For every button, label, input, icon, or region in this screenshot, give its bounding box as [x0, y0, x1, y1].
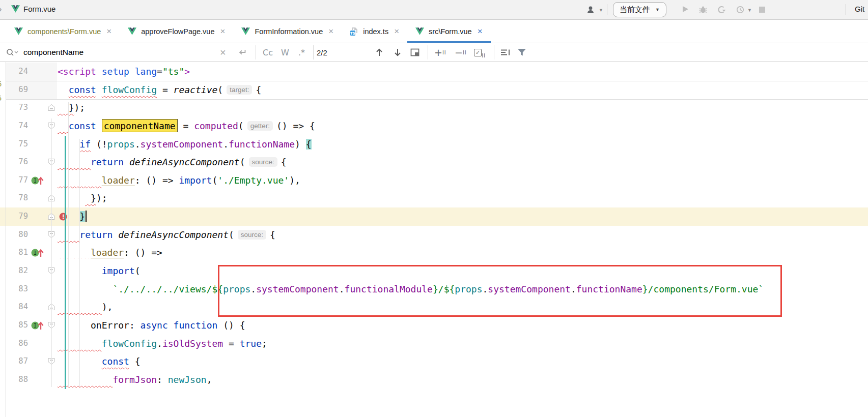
- editor-line-75[interactable]: 75 if (!props.systemComponent.functionNa…: [0, 135, 868, 154]
- code-text[interactable]: }: [58, 207, 87, 226]
- editor-line-82[interactable]: 82 import(: [0, 262, 868, 280]
- coverage-icon[interactable]: [717, 6, 726, 16]
- fold-marker-icon[interactable]: [48, 158, 55, 168]
- implemented-marker-icon[interactable]: I: [31, 247, 45, 261]
- code-text[interactable]: if (!props.systemComponent.functionName)…: [58, 135, 312, 154]
- code-text[interactable]: return defineAsyncComponent(source:{: [58, 226, 275, 244]
- filter-lines-icon[interactable]: [500, 43, 511, 62]
- code-text[interactable]: const flowConfig = reactive(target:{: [58, 81, 261, 99]
- next-occurrence-icon[interactable]: [394, 43, 402, 62]
- select-all-occurrences-icon[interactable]: ✓II: [474, 43, 486, 62]
- implemented-marker-icon[interactable]: I: [31, 319, 45, 334]
- code-text[interactable]: const componentName = computed(getter:()…: [58, 117, 315, 135]
- match-count: 2/2: [317, 43, 327, 62]
- editor-line-24[interactable]: 24<script setup lang="ts">: [0, 63, 868, 81]
- code-text[interactable]: });: [58, 189, 107, 207]
- user-icon[interactable]: [586, 5, 597, 16]
- svg-text:I: I: [34, 250, 37, 256]
- code-text[interactable]: `./../../../views/${props.systemComponen…: [58, 280, 764, 299]
- editor-line-84[interactable]: 84 ),: [0, 298, 868, 316]
- editor-line-79[interactable]: 79 }: [0, 207, 868, 226]
- close-tab-icon[interactable]: ×: [328, 26, 333, 37]
- editor-line-88[interactable]: 88 formJson: newJson,: [0, 371, 868, 389]
- code-text[interactable]: import(: [58, 262, 141, 280]
- gutter-markers: I: [30, 171, 59, 190]
- open-in-window-icon[interactable]: [410, 43, 420, 62]
- tab-label: src\Form.vue: [429, 27, 472, 36]
- tab-index.ts[interactable]: TSindex.ts×: [342, 20, 407, 43]
- fold-marker-icon[interactable]: [48, 213, 55, 222]
- editor-line-87[interactable]: 87 const {: [0, 352, 868, 371]
- user-dropdown-arrow-icon[interactable]: ▼: [599, 8, 603, 13]
- tab-forminformation.vue[interactable]: FormInformation.vue×: [233, 20, 342, 43]
- code-text[interactable]: loader: () =>: [58, 244, 162, 262]
- git-menu[interactable]: Git: [855, 5, 864, 13]
- ts-file-icon: TS: [350, 27, 358, 36]
- run-configuration-dropdown[interactable]: 当前文件 ▼: [613, 2, 666, 17]
- editor-line-76[interactable]: 76 return defineAsyncComponent(source:{: [0, 153, 868, 171]
- editor-line-74[interactable]: 74 const componentName = computed(getter…: [0, 117, 868, 135]
- fold-marker-icon[interactable]: [48, 104, 55, 113]
- editor-line-77[interactable]: 77I loader: () => import('./Empty.vue'),: [0, 171, 868, 190]
- code-text[interactable]: const {: [58, 352, 141, 371]
- fold-marker-icon[interactable]: [48, 303, 55, 313]
- code-text[interactable]: onError: async function () {: [58, 316, 245, 335]
- editor-line-78[interactable]: 78 });: [0, 189, 868, 207]
- fold-marker-icon[interactable]: [48, 194, 55, 204]
- newline-icon[interactable]: [237, 43, 247, 62]
- implemented-marker-icon[interactable]: I: [31, 174, 45, 189]
- fold-marker-icon[interactable]: [48, 321, 55, 331]
- tab-approveflowpage.vue[interactable]: approveFlowPage.vue×: [120, 20, 233, 43]
- tab-components-form.vue[interactable]: components\Form.vue×: [6, 20, 120, 43]
- code-text[interactable]: formJson: newJson,: [58, 371, 212, 389]
- editor-line-86[interactable]: 86 flowConfig.isOldSystem = true;: [0, 335, 868, 353]
- vue-file-icon: [128, 27, 136, 35]
- find-bar-separator: [256, 45, 256, 59]
- profiler-dropdown-arrow-icon[interactable]: ▼: [747, 8, 752, 13]
- editor-line-73[interactable]: 73 });: [0, 99, 868, 117]
- remove-occurrence-icon[interactable]: −II: [455, 43, 467, 62]
- editor-line-81[interactable]: 81I loader: () =>: [0, 244, 868, 262]
- vue-file-icon: [14, 27, 23, 35]
- fold-marker-icon[interactable]: [48, 358, 55, 367]
- fold-marker-icon[interactable]: [48, 231, 55, 241]
- search-field-edge: [313, 45, 314, 59]
- editor-line-69[interactable]: 69 const flowConfig = reactive(target:{: [0, 81, 868, 99]
- clipped-line-number: 5: [0, 94, 4, 102]
- editor-line-83[interactable]: 83 `./../../../views/${props.systemCompo…: [0, 280, 868, 299]
- line-number: 76: [0, 153, 28, 171]
- close-tab-icon[interactable]: ×: [220, 26, 226, 37]
- search-icon[interactable]: [6, 43, 18, 62]
- words-toggle[interactable]: W: [281, 43, 289, 62]
- close-tab-icon[interactable]: ×: [478, 26, 483, 37]
- match-case-toggle[interactable]: Cc: [263, 43, 273, 62]
- code-text[interactable]: ),: [58, 298, 113, 316]
- prev-occurrence-icon[interactable]: [375, 43, 383, 62]
- search-input[interactable]: componentName: [23, 43, 83, 62]
- gutter-markers: [30, 226, 59, 244]
- close-tab-icon[interactable]: ×: [106, 26, 111, 37]
- fold-marker-icon[interactable]: [48, 122, 55, 132]
- run-icon[interactable]: [681, 5, 689, 15]
- profiler-icon[interactable]: [736, 6, 745, 16]
- vue-file-icon: [415, 27, 424, 35]
- editor-line-80[interactable]: 80 return defineAsyncComponent(source:{: [0, 226, 868, 244]
- code-text[interactable]: <script setup lang="ts">: [58, 63, 190, 81]
- code-text[interactable]: flowConfig.isOldSystem = true;: [58, 335, 267, 353]
- debug-icon[interactable]: [698, 6, 708, 16]
- clear-search-icon[interactable]: ×: [220, 43, 226, 62]
- filter-icon[interactable]: [517, 43, 526, 62]
- tab-src-form.vue[interactable]: src\Form.vue×: [407, 20, 491, 43]
- stop-icon[interactable]: [759, 6, 766, 15]
- editor-line-85[interactable]: 85I onError: async function () {: [0, 316, 868, 335]
- close-tab-icon[interactable]: ×: [394, 26, 399, 37]
- editor[interactable]: 24<script setup lang="ts">69 const flowC…: [0, 62, 868, 417]
- add-occurrence-icon[interactable]: +II: [434, 43, 446, 62]
- line-number: 74: [0, 117, 28, 135]
- code-text[interactable]: return defineAsyncComponent(source:{: [58, 153, 287, 171]
- code-text[interactable]: loader: () => import('./Empty.vue'),: [58, 171, 300, 190]
- line-number: 87: [0, 352, 28, 371]
- fold-marker-icon[interactable]: [48, 267, 55, 277]
- code-text[interactable]: });: [58, 99, 85, 117]
- regex-toggle[interactable]: .*: [298, 43, 305, 62]
